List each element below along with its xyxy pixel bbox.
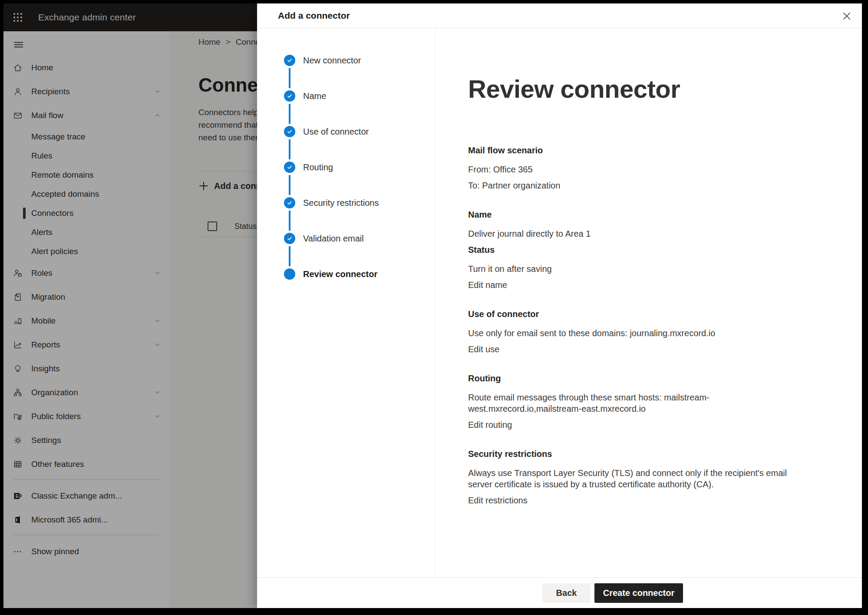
section-heading: Use of connector — [468, 308, 813, 320]
step-label: Use of connector — [303, 127, 369, 137]
create-connector-button[interactable]: Create connector — [594, 583, 683, 603]
back-button[interactable]: Back — [542, 583, 591, 603]
modal-body: New connectorNameUse of connectorRouting… — [257, 28, 862, 577]
step-use-of-connector[interactable]: Use of connector — [257, 114, 435, 149]
step-complete-check-icon — [284, 233, 295, 244]
step-label: Name — [303, 91, 326, 101]
wizard-stepper: New connectorNameUse of connectorRouting… — [257, 28, 436, 577]
step-complete-check-icon — [284, 197, 295, 208]
edit-use-link[interactable]: Edit use — [468, 344, 813, 355]
modal-title: Add a connector — [278, 10, 350, 21]
review-content: Review connector Mail flow scenarioFrom:… — [436, 28, 862, 577]
section-heading: Security restrictions — [468, 448, 813, 460]
modal-header: Add a connector — [257, 3, 862, 28]
edit-name-link[interactable]: Edit name — [468, 279, 813, 291]
step-complete-check-icon — [284, 126, 295, 137]
review-heading: Review connector — [468, 75, 813, 103]
step-review-connector[interactable]: Review connector — [257, 256, 435, 292]
step-name[interactable]: Name — [257, 78, 435, 114]
review-section-routing: RoutingRoute email messages through thes… — [468, 373, 813, 430]
step-complete-check-icon — [284, 55, 295, 66]
review-section-name-and-status: NameDeliver journal directly to Area 1St… — [468, 209, 813, 291]
step-complete-check-icon — [284, 162, 295, 173]
edit-restrictions-link[interactable]: Edit restrictions — [468, 495, 813, 506]
step-label: Validation email — [303, 234, 364, 244]
review-section-security-restrictions: Security restrictionsAlways use Transpor… — [468, 448, 813, 506]
close-icon[interactable] — [841, 10, 852, 22]
section-text: Deliver journal directly to Area 1 — [468, 228, 813, 239]
section-text: From: Office 365 — [468, 164, 813, 175]
section-text: Route email messages through these smart… — [468, 392, 813, 414]
section-text: To: Partner organization — [468, 180, 813, 191]
step-label: Security restrictions — [303, 198, 379, 208]
step-label: Routing — [303, 162, 333, 172]
section-heading: Name — [468, 209, 813, 220]
step-validation-email[interactable]: Validation email — [257, 221, 435, 256]
section-text: Use only for email sent to these domains… — [468, 327, 813, 339]
step-security-restrictions[interactable]: Security restrictions — [257, 185, 435, 221]
step-new-connector[interactable]: New connector — [257, 43, 435, 78]
screen: Exchange admin center HomeRecipientsMail… — [3, 3, 862, 608]
review-section-use-of-connector: Use of connectorUse only for email sent … — [468, 308, 813, 355]
section-heading: Mail flow scenario — [468, 145, 813, 156]
review-sections: Mail flow scenarioFrom: Office 365To: Pa… — [468, 145, 813, 506]
section-heading: Status — [468, 244, 813, 255]
step-routing[interactable]: Routing — [257, 149, 435, 185]
edit-routing-link[interactable]: Edit routing — [468, 419, 813, 430]
step-label: New connector — [303, 56, 361, 66]
step-label: Review connector — [303, 269, 377, 279]
section-text: Always use Transport Layer Security (TLS… — [468, 467, 813, 490]
add-connector-modal: Add a connector New connectorNameUse of … — [257, 3, 862, 608]
step-current-dot — [284, 268, 295, 280]
step-complete-check-icon — [284, 90, 295, 102]
review-section-mail-flow-scenario: Mail flow scenarioFrom: Office 365To: Pa… — [468, 145, 813, 191]
section-text: Turn it on after saving — [468, 263, 813, 274]
section-heading: Routing — [468, 373, 813, 384]
modal-footer: Back Create connector — [257, 577, 862, 608]
